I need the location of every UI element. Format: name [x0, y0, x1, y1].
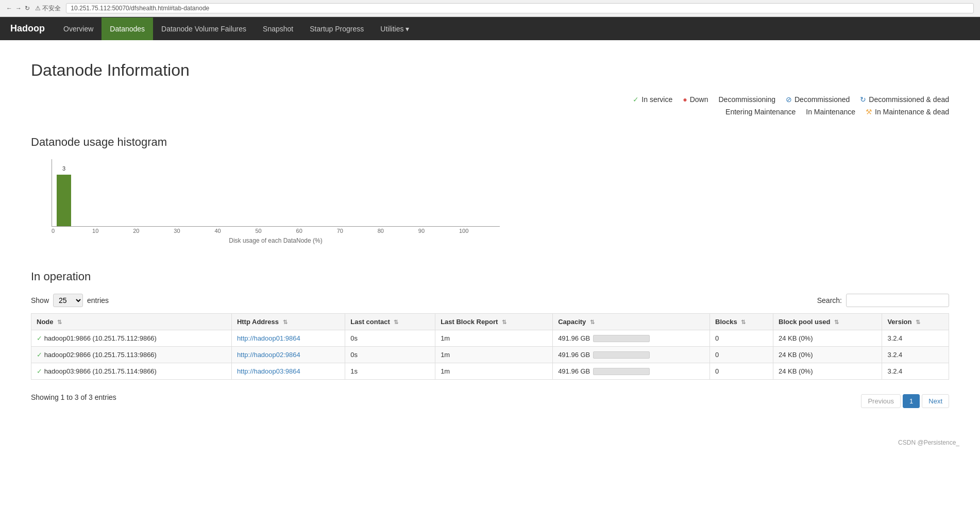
security-warning: ⚠ 不安全: [35, 4, 61, 13]
down-icon: ●: [683, 95, 687, 104]
col-last-block-report[interactable]: Last Block Report ⇅: [435, 314, 553, 330]
version-sort-icon: ⇅: [916, 319, 920, 325]
in-operation-section: In operation Show 10 25 50 100 entries S…: [31, 270, 949, 408]
decommissioning-label: Decommissioning: [719, 95, 775, 104]
http-link-1[interactable]: http://hadoop02:9864: [237, 351, 300, 359]
x-tick-0: 0: [52, 228, 92, 234]
entries-label: entries: [87, 296, 109, 305]
page-1-button[interactable]: 1: [903, 394, 920, 408]
forward-icon[interactable]: →: [15, 5, 22, 12]
x-tick-60: 60: [296, 228, 337, 234]
cell-block-pool-1: 24 KB (0%): [773, 347, 882, 363]
histogram-bar[interactable]: 3: [57, 175, 71, 226]
blocks-sort-icon: ⇅: [741, 319, 746, 325]
nav-item-snapshot[interactable]: Snapshot: [255, 18, 301, 40]
table-row: ✓ hadoop03:9866 (10.251.75.114:9866) htt…: [31, 363, 949, 380]
table-row: ✓ hadoop01:9866 (10.251.75.112:9866) htt…: [31, 330, 949, 347]
cell-version-1: 3.2.4: [882, 347, 949, 363]
node-sort-icon: ⇅: [57, 319, 62, 325]
decommissioned-label: Decommissioned: [795, 95, 850, 104]
page-info: Showing 1 to 3 of 3 entries: [31, 393, 116, 401]
reload-icon[interactable]: ↻: [25, 5, 30, 12]
col-http-address[interactable]: Http Address ⇅: [231, 314, 345, 330]
header-row: Node ⇅ Http Address ⇅ Last contact ⇅ Las…: [31, 314, 949, 330]
status-down: ● Down: [683, 95, 708, 104]
table-footer: Showing 1 to 3 of 3 entries Previous 1 N…: [31, 386, 949, 408]
show-label: Show: [31, 296, 49, 305]
table-controls: Show 10 25 50 100 entries Search:: [31, 294, 949, 307]
navbar-brand: Hadoop: [0, 17, 55, 40]
in-maintenance-label: In Maintenance: [806, 108, 855, 116]
bar-value-label: 3: [62, 165, 65, 172]
histogram-container: 3 0 10 20 30 40 50 60 70 80 90 100 Disk …: [31, 159, 949, 244]
capacity-bar-outer-2: [593, 368, 650, 375]
col-block-pool-used[interactable]: Block pool used ⇅: [773, 314, 882, 330]
nav-item-overview[interactable]: Overview: [55, 18, 102, 40]
capacity-container-2: 491.96 GB: [558, 367, 704, 375]
cell-last-contact-1: 0s: [345, 347, 435, 363]
search-input[interactable]: [846, 294, 949, 307]
capacity-bar-outer-0: [593, 335, 650, 342]
col-node[interactable]: Node ⇅: [31, 314, 232, 330]
back-icon[interactable]: ←: [6, 5, 12, 12]
node-name-0: hadoop01:9866 (10.251.75.112:9866): [44, 334, 157, 342]
col-version[interactable]: Version ⇅: [882, 314, 949, 330]
status-decommissioned: ⊘ Decommissioned: [786, 95, 850, 104]
cell-version-0: 3.2.4: [882, 330, 949, 347]
status-row-2: Entering Maintenance In Maintenance ⚒ In…: [31, 108, 949, 116]
show-entries: Show 10 25 50 100 entries: [31, 294, 109, 307]
watermark: CSDN @Persistence_: [0, 429, 980, 451]
status-entering-maintenance: Entering Maintenance: [725, 108, 796, 116]
cell-last-contact-0: 0s: [345, 330, 435, 347]
capacity-container-1: 491.96 GB: [558, 351, 704, 359]
nav-item-utilities[interactable]: Utilities ▾: [372, 18, 417, 40]
col-blocks[interactable]: Blocks ⇅: [710, 314, 773, 330]
capacity-value-0: 491.96 GB: [558, 334, 590, 342]
cell-node-1: ✓ hadoop02:9866 (10.251.75.113:9866): [31, 347, 232, 363]
next-button[interactable]: Next: [922, 394, 949, 408]
x-tick-70: 70: [337, 228, 378, 234]
cell-blocks-1: 0: [710, 347, 773, 363]
col-last-contact[interactable]: Last contact ⇅: [345, 314, 435, 330]
in-maintenance-dead-icon: ⚒: [866, 108, 872, 116]
capacity-bar-outer-1: [593, 351, 650, 359]
cell-capacity-0: 491.96 GB: [553, 330, 710, 347]
x-tick-20: 20: [133, 228, 174, 234]
in-service-label: In service: [641, 95, 672, 104]
previous-button[interactable]: Previous: [861, 394, 901, 408]
decommissioned-dead-label: Decommissioned & dead: [869, 95, 949, 104]
histogram-bar-wrapper: 3: [57, 159, 71, 226]
cell-last-contact-2: 1s: [345, 363, 435, 380]
in-maintenance-dead-label: In Maintenance & dead: [875, 108, 949, 116]
x-tick-30: 30: [174, 228, 214, 234]
y-axis-line: [52, 159, 52, 226]
status-in-service: ✓ In service: [633, 95, 672, 104]
node-status-icon-0: ✓: [37, 334, 42, 342]
x-axis-line: [52, 226, 500, 227]
navbar: Hadoop Overview Datanodes Datanode Volum…: [0, 17, 980, 40]
node-name-2: hadoop03:9866 (10.251.75.114:9866): [44, 367, 157, 375]
search-label: Search:: [817, 296, 842, 305]
table-body: ✓ hadoop01:9866 (10.251.75.112:9866) htt…: [31, 330, 949, 380]
nav-item-datanode-volume-failures[interactable]: Datanode Volume Failures: [153, 18, 255, 40]
cell-node-2: ✓ hadoop03:9866 (10.251.75.114:9866): [31, 363, 232, 380]
x-tick-100: 100: [459, 228, 500, 234]
entries-select[interactable]: 10 25 50 100: [53, 294, 83, 307]
cell-last-block-2: 1m: [435, 363, 553, 380]
node-status-icon-2: ✓: [37, 367, 42, 375]
nav-item-startup-progress[interactable]: Startup Progress: [301, 18, 372, 40]
in-service-icon: ✓: [633, 95, 639, 104]
http-link-2[interactable]: http://hadoop03:9864: [237, 367, 300, 375]
page-title: Datanode Information: [31, 61, 949, 80]
url-bar[interactable]: 10.251.75.112:50070/dfshealth.html#tab-d…: [66, 3, 974, 13]
nav-item-datanodes[interactable]: Datanodes: [102, 18, 153, 40]
cell-blocks-0: 0: [710, 330, 773, 347]
cell-http-1: http://hadoop02:9864: [231, 347, 345, 363]
http-link-0[interactable]: http://hadoop01:9864: [237, 334, 300, 342]
bar-fill: [57, 175, 71, 226]
col-capacity[interactable]: Capacity ⇅: [553, 314, 710, 330]
status-row-1: ✓ In service ● Down Decommissioning ⊘ De…: [31, 95, 949, 104]
decommissioned-dead-icon: ↻: [860, 95, 866, 104]
nav-items: Overview Datanodes Datanode Volume Failu…: [55, 18, 417, 40]
status-in-maintenance-dead: ⚒ In Maintenance & dead: [866, 108, 949, 116]
